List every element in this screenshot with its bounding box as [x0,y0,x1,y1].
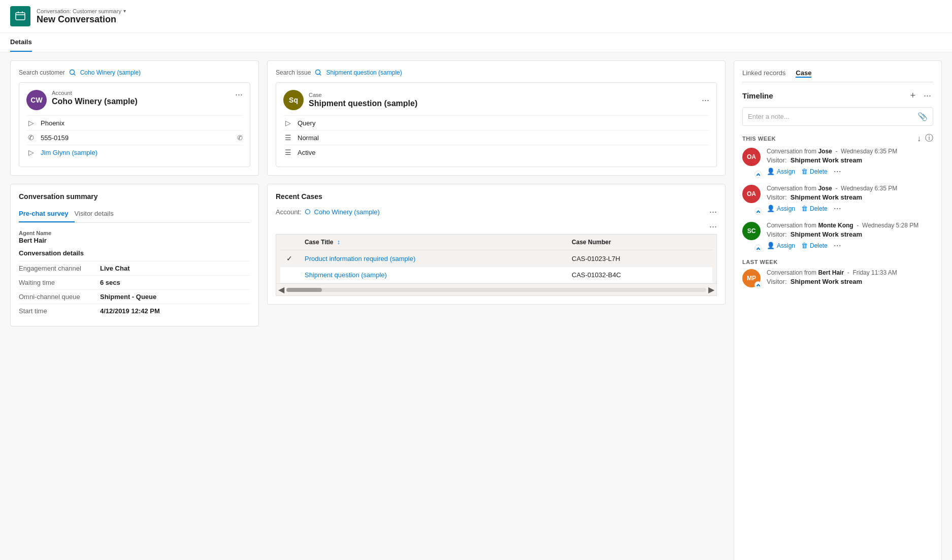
timeline-item: OA Conversation from Jose - Wednesday 6:… [742,148,933,177]
tl-more-icon[interactable]: ··· [834,166,841,177]
engagement-channel-label: Engagement channel [19,265,100,272]
case-avatar: Sq [283,90,304,110]
timeline-meta: Conversation from Bert Hair - Friday 11:… [767,269,933,276]
location-icon: ▷ [26,119,36,127]
timeline-visitor: Visitor: Shipment Work stream [767,230,933,238]
scroll-right-icon[interactable]: ▶ [708,285,714,294]
assign-icon: 👤 [767,205,775,212]
status-icon: ☰ [283,148,292,156]
account-type: Account [52,90,235,96]
account-filter-link[interactable]: Coho Winery (sample) [314,208,380,216]
table-row[interactable]: ✓ Product information required (sample) … [280,250,712,267]
timeline-avatar-wrap: MP [742,269,761,287]
tl-from: Jose [818,148,832,155]
account-phone-row: ✆ 555-0159 ✆ [26,130,243,145]
omni-channel-value: Shipment - Queue [100,293,156,301]
tab-linked-records[interactable]: Linked records [742,69,785,78]
timeline-item-actions: 👤 Assign 🗑 Delete ··· [767,203,933,214]
note-placeholder: Enter a note... [748,113,790,120]
case-info: Case Shipment question (sample) [309,92,702,108]
delete-button[interactable]: 🗑 Delete [801,205,828,212]
assign-button[interactable]: 👤 Assign [767,168,795,175]
contact-icon: ▷ [26,148,36,156]
tl-from: Monte Kong [818,222,853,229]
case-priority-row: ☰ Normal [283,130,709,145]
case-title-link[interactable]: Product information required (sample) [305,255,415,262]
delete-button[interactable]: 🗑 Delete [801,168,828,175]
account-contact-link[interactable]: Jim Glynn (sample) [41,149,97,156]
avatar: OA [742,148,761,166]
section-this-week-actions: ↓ ⓘ [917,133,933,144]
account-filter-icon [305,209,311,215]
cases-table-more-icon[interactable]: ··· [709,221,717,232]
delete-icon: 🗑 [801,242,808,249]
start-time-value: 4/12/2019 12:42 PM [100,307,160,315]
case-name: Shipment question (sample) [309,99,702,108]
assign-button[interactable]: 👤 Assign [767,205,795,212]
case-status-row: ☰ Active [283,145,709,159]
waiting-time-label: Waiting time [19,279,100,286]
timeline-more-button[interactable]: ··· [922,89,933,102]
attachment-icon[interactable]: 📎 [917,112,928,121]
timeline-card: Linked records Case Timeline + ··· Enter… [734,60,942,560]
case-title-cell: Shipment question (sample) [299,267,566,283]
row-check: ✓ [280,250,299,267]
header-subtitle: Conversation: Customer summary ▾ [37,8,126,14]
app-header: Conversation: Customer summary ▾ New Con… [0,0,952,33]
timeline-item-actions: 👤 Assign 🗑 Delete ··· [767,166,933,177]
delete-button[interactable]: 🗑 Delete [801,242,828,249]
case-more-options-icon[interactable]: ··· [702,95,709,105]
account-filter-row: Account: Coho Winery (sample) ··· [276,207,717,217]
cases-table-container: Case Title ↕ Case Number [276,234,717,296]
tab-pre-chat-survey[interactable]: Pre-chat survey [19,207,75,222]
app-icon [10,6,30,26]
timeline-meta: Conversation from Jose - Wednesday 6:35 … [767,148,933,155]
timeline-item-actions: 👤 Assign 🗑 Delete ··· [767,240,933,251]
sort-down-icon[interactable]: ↓ [917,133,921,144]
section-last-week: LAST WEEK [742,259,933,265]
timeline-header: Timeline + ··· [742,89,933,102]
tl-time: Wednesday 5:28 PM [862,222,918,229]
timeline-avatar-wrap: SC [742,222,761,251]
table-row[interactable]: Shipment question (sample) CAS-01032-B4C [280,267,712,283]
tl-more-icon[interactable]: ··· [834,240,841,251]
search-issue-row: Search issue Shipment question (sample) [276,69,717,76]
phone-call-icon[interactable]: ✆ [237,134,243,142]
tl-visitor-value: Shipment Work stream [791,278,862,285]
note-input-row[interactable]: Enter a note... 📎 [742,107,933,126]
case-inner: Sq Case Shipment question (sample) ··· ▷… [276,82,717,167]
timeline-item: MP Conversation from Bert Hair - Friday … [742,269,933,287]
tl-more-icon[interactable]: ··· [834,203,841,214]
customer-link[interactable]: Coho Winery (sample) [80,69,141,76]
issue-link[interactable]: Shipment question (sample) [326,69,402,76]
sort-icon[interactable]: ↕ [337,239,340,246]
start-time-label: Start time [19,307,100,315]
tab-details[interactable]: Details [10,33,32,52]
agent-name-value: Bert Hair [19,237,250,244]
timeline-badge [754,281,762,288]
info-icon[interactable]: ⓘ [925,133,933,144]
case-card: Search issue Shipment question (sample) … [267,60,726,176]
case-title-link[interactable]: Shipment question (sample) [305,271,387,279]
chevron-down-icon[interactable]: ▾ [123,8,126,14]
tabs-bar: Details [0,33,952,52]
table-header-check [280,235,299,250]
avatar: CW [26,90,47,110]
main-content: Search customer Coho Winery (sample) CW … [0,52,952,560]
cases-more-options-icon[interactable]: ··· [709,207,717,217]
assign-button[interactable]: 👤 Assign [767,242,795,249]
header-subtitle-text: Conversation: Customer summary [37,8,121,14]
tab-visitor-details[interactable]: Visitor details [75,207,120,222]
reason-icon: ▷ [283,119,292,127]
more-options-icon[interactable]: ··· [235,90,243,99]
account-name: Coho Winery (sample) [52,97,235,106]
left-column: Search customer Coho Winery (sample) CW … [10,60,259,560]
timeline-title: Timeline [742,91,908,100]
search-customer-label: Search customer [19,69,65,76]
scroll-left-icon[interactable]: ◀ [278,285,284,294]
timeline-body: Conversation from Bert Hair - Friday 11:… [767,269,933,287]
timeline-meta: Conversation from Jose - Wednesday 6:35 … [767,185,933,192]
timeline-add-button[interactable]: + [908,89,917,102]
tab-case[interactable]: Case [796,69,811,78]
conversation-summary-card: Conversation summary Pre-chat survey Vis… [10,184,259,326]
